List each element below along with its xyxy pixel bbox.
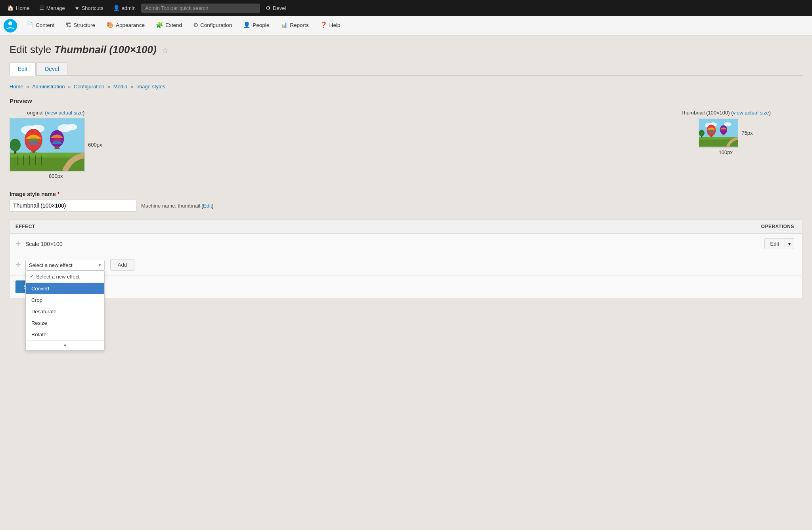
nav-people[interactable]: 👤 People — [237, 16, 275, 36]
preview-original: original (view actual size) — [10, 110, 102, 179]
nav-appearance[interactable]: 🎨 Appearance — [101, 16, 150, 36]
breadcrumb-administration[interactable]: Administration — [32, 84, 65, 90]
dropdown-header-item[interactable]: ✓ Select a new effect — [26, 271, 104, 283]
svg-point-32 — [699, 130, 705, 137]
dropdown-item-crop[interactable]: Crop — [26, 294, 104, 306]
content-icon: 📄 — [26, 21, 34, 29]
preview-original-container: 600px — [10, 118, 102, 172]
drupal-logo — [3, 19, 17, 33]
extend-icon: 🧩 — [156, 21, 163, 29]
nav-help[interactable]: ❓ Help — [314, 16, 346, 36]
add-effect-button[interactable]: Add — [110, 259, 134, 271]
toolbar-admin[interactable]: 👤 admin — [109, 2, 140, 13]
image-style-name-input[interactable] — [10, 200, 136, 212]
nav-extend[interactable]: 🧩 Extend — [150, 16, 188, 36]
toolbar-manage[interactable]: ☰ Manage — [35, 2, 69, 13]
preview-thumbnail-label: Thumbnail (100×100) (view actual size) — [681, 110, 771, 116]
effect-select-trigger[interactable]: Select a new effect ▾ — [25, 260, 105, 271]
select-chevron-icon: ▾ — [99, 263, 101, 268]
structure-icon: 🏗 — [65, 22, 71, 29]
drag-handle[interactable]: ✛ — [15, 240, 21, 247]
admin-toolbar: 🏠 Home ☰ Manage ★ Shortcuts 👤 admin ⚙ De… — [0, 0, 812, 16]
toolbar-shortcuts[interactable]: ★ Shortcuts — [71, 2, 107, 13]
svg-rect-34 — [710, 135, 712, 137]
effect-table-header-row: EFFECT OPERATIONS — [10, 220, 802, 234]
toolbar-devel[interactable]: ⚙ Devel — [262, 2, 290, 13]
effect-column-header: EFFECT — [10, 220, 593, 234]
dropdown-item-desaturate[interactable]: Desaturate — [26, 306, 104, 317]
operations-empty-cell — [593, 254, 802, 276]
effect-select-cell: ✛ Select a new effect ▾ ✓ Select a new e… — [10, 254, 593, 276]
image-style-name-label: Image style name * — [10, 191, 802, 197]
edit-btn-group: Edit ▾ — [764, 238, 794, 249]
nav-structure[interactable]: 🏗 Structure — [60, 16, 101, 36]
preview-section-title: Preview — [10, 97, 802, 104]
appearance-icon: 🎨 — [106, 21, 114, 29]
breadcrumb-media[interactable]: Media — [113, 84, 127, 90]
svg-point-0 — [4, 19, 17, 32]
svg-point-15 — [10, 139, 21, 151]
preview-thumbnail: Thumbnail (100×100) (view actual size) — [681, 110, 771, 155]
tab-edit[interactable]: Edit — [10, 62, 36, 76]
toolbar-home[interactable]: 🏠 Home — [3, 2, 34, 13]
edit-button[interactable]: Edit — [764, 238, 785, 249]
effect-select-container: Select a new effect ▾ ✓ Select a new eff… — [25, 260, 105, 271]
svg-point-6 — [66, 124, 77, 130]
breadcrumb-image-styles[interactable]: Image styles — [136, 84, 165, 90]
preview-area: original (view actual size) — [10, 110, 802, 179]
dropdown-item-rotate[interactable]: Rotate — [26, 329, 104, 340]
page-tabs: Edit Devel — [10, 62, 802, 76]
required-indicator: * — [57, 191, 59, 197]
user-icon: 👤 — [113, 5, 120, 11]
save-row: Save — [10, 276, 802, 298]
nav-content[interactable]: 📄 Content — [21, 16, 60, 36]
preview-thumbnail-height: 75px — [741, 130, 753, 136]
gear-icon: ⚙ — [266, 5, 271, 11]
preview-thumbnail-container: 75px — [699, 118, 753, 148]
star-icon: ★ — [75, 5, 80, 11]
main-content: Edit style Thumbnail (100×100) ☆ Edit De… — [0, 36, 812, 530]
drupal-nav: 📄 Content 🏗 Structure 🎨 Appearance 🧩 Ext… — [0, 16, 812, 36]
drag-handle-select[interactable]: ✛ — [15, 261, 21, 268]
svg-rect-36 — [723, 134, 725, 135]
operations-column-header: OPERATIONS — [593, 220, 802, 234]
dropdown-more-indicator: ▾ — [26, 340, 104, 350]
manage-icon: ☰ — [39, 5, 44, 11]
preview-thumbnail-image — [699, 118, 738, 148]
preview-thumbnail-link[interactable]: view actual size — [733, 110, 769, 116]
toolbar-search-input[interactable] — [141, 4, 260, 13]
home-icon: 🏠 — [7, 5, 14, 11]
effect-table: EFFECT OPERATIONS ✛ Scale 100×100 Edit ▾ — [10, 219, 802, 298]
effect-dropdown-menu: ✓ Select a new effect Convert Crop Desat… — [25, 271, 105, 351]
configuration-icon: ⚙ — [193, 21, 198, 29]
preview-original-label: original (view actual size) — [27, 110, 84, 116]
people-icon: 👤 — [243, 21, 251, 29]
preview-original-link[interactable]: view actual size — [47, 110, 83, 116]
svg-rect-22 — [55, 147, 59, 149]
save-cell: Save — [10, 276, 802, 298]
machine-name-edit-link[interactable]: Edit — [203, 203, 212, 209]
preview-original-width: 800px — [49, 173, 63, 179]
breadcrumb: Home » Administration » Configuration » … — [10, 84, 802, 90]
edit-dropdown-button[interactable]: ▾ — [785, 238, 794, 249]
dropdown-item-resize[interactable]: Resize — [26, 317, 104, 329]
nav-configuration[interactable]: ⚙ Configuration — [188, 16, 237, 36]
tab-devel[interactable]: Devel — [36, 62, 67, 75]
page-title: Edit style Thumbnail (100×100) ☆ — [10, 44, 802, 56]
nav-reports[interactable]: 📊 Reports — [275, 16, 314, 36]
effect-cell: ✛ Scale 100×100 — [10, 234, 593, 254]
effect-select-row: ✛ Select a new effect ▾ ✓ Select a new e… — [10, 254, 802, 276]
dropdown-item-convert[interactable]: Convert — [26, 283, 104, 294]
preview-original-image — [10, 118, 85, 172]
machine-name-text: Machine name: thumbnail [Edit] — [141, 203, 213, 209]
operations-cell: Edit ▾ — [593, 234, 802, 254]
breadcrumb-configuration[interactable]: Configuration — [74, 84, 104, 90]
check-icon: ✓ — [30, 274, 34, 279]
favorite-icon[interactable]: ☆ — [162, 46, 169, 55]
svg-point-1 — [8, 21, 12, 25]
svg-rect-18 — [32, 150, 36, 153]
help-icon: ❓ — [320, 21, 327, 29]
breadcrumb-home[interactable]: Home — [10, 84, 23, 90]
table-row: ✛ Scale 100×100 Edit ▾ — [10, 234, 802, 254]
image-style-name-section: Image style name * Machine name: thumbna… — [10, 191, 802, 212]
